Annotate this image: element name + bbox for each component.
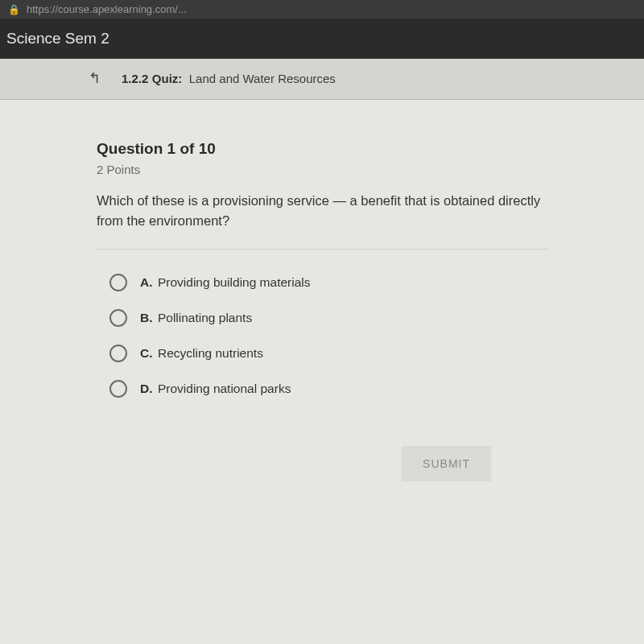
option-a[interactable]: A. Providing building materials (109, 274, 547, 291)
question-points: 2 Points (97, 163, 547, 176)
radio-icon[interactable] (109, 274, 127, 291)
radio-icon[interactable] (109, 380, 127, 398)
option-text: Recycling nutrients (158, 346, 263, 360)
radio-icon[interactable] (109, 309, 127, 327)
option-b[interactable]: B. Pollinating plants (109, 309, 547, 327)
question-text: Which of these is a provisioning service… (97, 191, 547, 231)
option-letter: A. (140, 275, 153, 289)
submit-button[interactable]: SUBMIT (402, 446, 491, 481)
quiz-label: Quiz: (152, 72, 183, 85)
lock-icon: 🔒 (8, 4, 20, 15)
option-c[interactable]: C. Recycling nutrients (109, 345, 547, 362)
quiz-title: Land and Water Resources (189, 72, 336, 85)
option-d[interactable]: D. Providing national parks (109, 380, 547, 398)
radio-icon[interactable] (109, 345, 127, 362)
option-text: Providing building materials (158, 275, 311, 289)
option-letter: C. (140, 346, 153, 360)
option-text: Providing national parks (158, 382, 291, 395)
quiz-header: ↰ 1.2.2 Quiz: Land and Water Resources (0, 59, 644, 100)
back-arrow-icon[interactable]: ↰ (89, 69, 101, 87)
url-text: https://course.apexlearning.com/... (27, 3, 187, 15)
divider (97, 249, 547, 250)
submit-container: SUBMIT (97, 415, 547, 481)
option-text: Pollinating plants (158, 311, 252, 324)
quiz-number: 1.2.2 (122, 72, 148, 85)
options-list: A. Providing building materials B. Polli… (97, 274, 547, 398)
option-letter: D. (140, 382, 153, 395)
url-bar[interactable]: 🔒 https://course.apexlearning.com/... (0, 0, 644, 19)
course-title-bar: Science Sem 2 (0, 19, 644, 59)
option-letter: B. (140, 311, 153, 324)
course-title: Science Sem 2 (6, 30, 109, 47)
question-heading: Question 1 of 10 (97, 140, 547, 158)
question-content: Question 1 of 10 2 Points Which of these… (0, 100, 596, 481)
